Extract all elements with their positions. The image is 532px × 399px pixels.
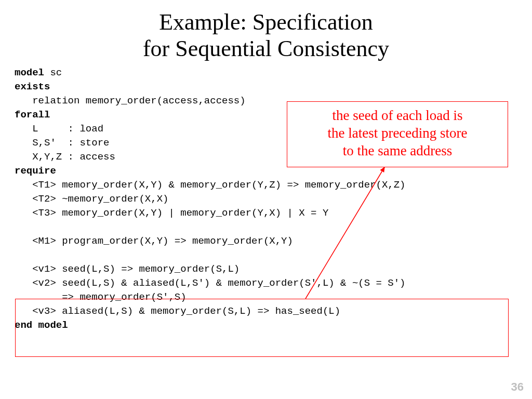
callout-annotation: the seed of each load is the latest prec…: [287, 101, 508, 167]
code-l07: X,Y,Z : access: [15, 151, 115, 163]
kw-end-model: end model: [15, 320, 68, 331]
code-l03: relation memory_order(access,access): [15, 95, 246, 107]
kw-require: require: [15, 165, 56, 177]
code-l17: => memory_order(S',S): [15, 291, 187, 303]
code-l13: <M1> program_order(X,Y) => memory_order(…: [15, 235, 293, 247]
code-l06: S,S' : store: [15, 137, 109, 149]
callout-line-2: the latest preceding store: [327, 125, 467, 141]
title-line-1: Example: Specification: [159, 9, 373, 35]
code-l01b: sc: [44, 67, 62, 78]
code-l11: <T3> memory_order(X,Y) | memory_order(Y,…: [15, 207, 328, 219]
kw-exists: exists: [15, 81, 50, 92]
code-l16: <v2> seed(L,S) & aliased(L,S') & memory_…: [15, 277, 406, 289]
code-l10: <T2> ~memory_order(X,X): [15, 193, 168, 205]
title-line-2: for Sequential Consistency: [143, 36, 389, 61]
code-l09: <T1> memory_order(X,Y) & memory_order(Y,…: [15, 179, 406, 191]
kw-model: model: [15, 67, 44, 78]
code-l18: <v3> aliased(L,S) & memory_order(S,L) =>…: [15, 305, 340, 317]
page-number: 36: [511, 380, 524, 394]
callout-line-3: to the same address: [343, 143, 453, 158]
kw-forall: forall: [15, 109, 50, 121]
code-l15: <v1> seed(L,S) => memory_order(S,L): [15, 263, 240, 275]
callout-line-1: the seed of each load is: [332, 108, 462, 123]
code-l05: L : load: [15, 123, 103, 135]
slide-title: Example: Specification for Sequential Co…: [0, 9, 532, 62]
